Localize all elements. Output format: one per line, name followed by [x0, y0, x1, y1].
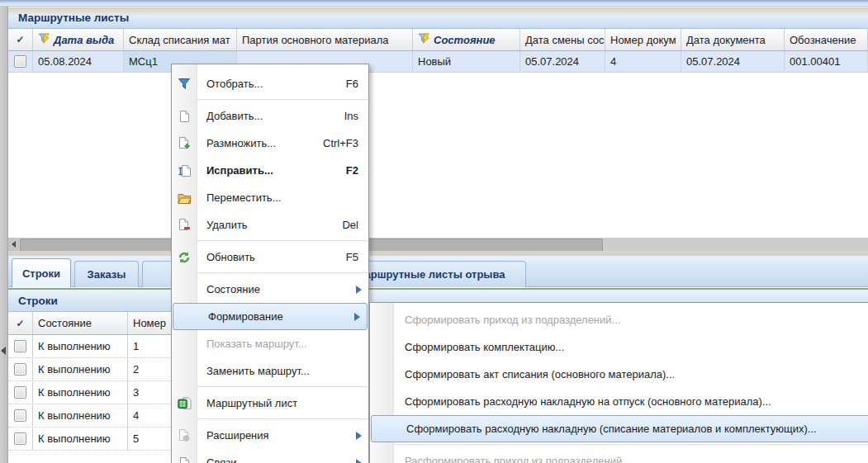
tab-orders[interactable]: Заказы: [74, 261, 139, 287]
cell-state[interactable]: Новый: [413, 51, 520, 72]
menu-item-add[interactable]: Добавить... Ins: [172, 102, 368, 130]
menu-item-route-sheet[interactable]: Маршрутный лист: [172, 390, 368, 417]
routes-grid-body[interactable]: [8, 73, 868, 238]
routes-grid-row[interactable]: 05.08.2024 МСц1 Новый 05.07.2024 4 05.07…: [8, 51, 868, 73]
splitter-collapse-icon[interactable]: [1, 347, 6, 355]
menu-separator: [172, 272, 368, 274]
check-all-icon[interactable]: ✓: [13, 318, 27, 329]
submenu-item-form-expense-invoice[interactable]: Сформировать расходную накладную (списан…: [371, 415, 868, 442]
routes-panel-title: Маршрутные листы: [18, 12, 129, 24]
submenu-arrow-icon: [356, 432, 362, 440]
menu-item-links[interactable]: Связи: [172, 449, 368, 463]
scroll-left-arrow-icon: [12, 241, 16, 248]
refresh-icon: [177, 250, 192, 265]
submenu-arrow-icon: [354, 313, 360, 321]
menu-item-select[interactable]: Отобрать... F6: [172, 70, 368, 97]
bottom-tabbar: Строки Заказы Сер Маршрутные листы отрыв…: [8, 256, 868, 287]
check-all-icon[interactable]: ✓: [13, 34, 27, 45]
context-menu: Отобрать... F6 Добавить... Ins Размножит…: [171, 64, 369, 463]
col-state[interactable]: Состояние: [413, 29, 520, 50]
window-top-border: [0, 0, 868, 7]
col-check[interactable]: ✓: [8, 29, 33, 50]
cell-doc-date[interactable]: 05.07.2024: [681, 51, 785, 72]
cell-line-state[interactable]: К выполнению: [33, 335, 128, 357]
edit-page-icon: [177, 163, 192, 178]
open-folder-icon: [177, 191, 192, 206]
submenu-item-form-writeoff-act[interactable]: Сформировать акт списания (основного мат…: [370, 361, 868, 388]
menu-item-show-route: Показать маршрут...: [172, 330, 368, 357]
col-check[interactable]: ✓: [8, 312, 33, 334]
col-line-state[interactable]: Состояние: [33, 312, 128, 334]
col-warehouse[interactable]: Склад списания мат: [124, 29, 237, 50]
menu-separator: [172, 240, 368, 242]
submenu-item-form-kitting[interactable]: Сформировать комплектацию...: [370, 333, 868, 361]
cell-line-state[interactable]: К выполнению: [33, 358, 128, 380]
row-check-cell[interactable]: [8, 335, 33, 357]
app-window: Маршрутные листы ✓ Дата выда Склад списа…: [0, 0, 868, 463]
col-batch[interactable]: Партия основного материала: [237, 29, 413, 50]
tab-lines[interactable]: Строки: [12, 258, 71, 287]
cell-doc-number[interactable]: 4: [605, 51, 681, 72]
col-doc-date[interactable]: Дата документа: [681, 29, 785, 50]
col-doc-number[interactable]: Номер докум: [605, 29, 681, 50]
row-check-cell[interactable]: [8, 381, 33, 404]
menu-item-formation[interactable]: Формирование: [173, 303, 368, 330]
row-check-cell[interactable]: [8, 51, 33, 72]
cell-designation[interactable]: 001.00401: [785, 51, 868, 72]
menu-separator: [172, 386, 368, 388]
menu-item-replace-route[interactable]: Заменить маршрут...: [172, 357, 368, 385]
submenu-item-form-receipt: Сформировать приход из подразделений...: [370, 306, 868, 333]
menu-item-refresh[interactable]: Обновить F5: [172, 243, 368, 271]
cell-state-change-date[interactable]: 05.07.2024: [520, 51, 605, 72]
menu-item-move[interactable]: Переместить...: [172, 184, 368, 211]
row-checkbox[interactable]: [14, 363, 26, 376]
row-check-cell[interactable]: [8, 404, 33, 427]
col-designation[interactable]: Обозначение: [785, 29, 868, 50]
col-date-issue[interactable]: Дата выда: [33, 29, 124, 50]
formation-submenu: Сформировать приход из подразделений... …: [369, 302, 868, 463]
submenu-item-unform-receipt: Расформировать приход из подразделений..…: [370, 447, 868, 463]
new-page-icon: [177, 109, 192, 124]
filter-lightning-icon: [418, 33, 430, 46]
submenu-arrow-icon: [356, 286, 362, 294]
delete-page-icon: [177, 218, 192, 233]
copy-page-plus-icon: [177, 136, 192, 151]
menu-item-state[interactable]: Состояние: [172, 276, 368, 303]
menu-separator: [172, 99, 368, 101]
menu-item-delete[interactable]: Удалить Del: [172, 211, 368, 239]
submenu-item-form-issue-invoice[interactable]: Сформировать расходную накладную на отпу…: [370, 388, 868, 415]
left-splitter[interactable]: [0, 7, 8, 463]
col-state-change-date[interactable]: Дата смены сос: [520, 29, 605, 50]
menu-separator: [172, 418, 368, 420]
extensions-gear-icon: [177, 428, 192, 443]
row-check-cell[interactable]: [8, 358, 33, 380]
lines-panel-title: Строки: [18, 295, 58, 307]
routes-grid-header: ✓ Дата выда Склад списания мат Партия ос…: [8, 29, 868, 51]
routes-hscrollbar[interactable]: [8, 238, 868, 251]
row-checkbox[interactable]: [14, 55, 26, 68]
filter-funnel-icon: [177, 77, 192, 92]
row-checkbox[interactable]: [14, 386, 26, 399]
filter-lightning-icon: [38, 33, 50, 46]
row-checkbox[interactable]: [14, 432, 26, 445]
cell-line-state[interactable]: К выполнению: [33, 381, 128, 404]
scroll-left-button[interactable]: [8, 238, 19, 251]
menu-separator: [370, 444, 868, 446]
routes-panel-titlebar: Маршрутные листы: [8, 7, 868, 29]
cell-date-issue[interactable]: 05.08.2024: [33, 51, 124, 72]
submenu-arrow-icon: [356, 459, 362, 463]
links-page-icon: [177, 456, 192, 463]
cell-line-state[interactable]: К выполнению: [33, 428, 128, 450]
menu-item-edit[interactable]: Исправить... F2: [172, 157, 368, 184]
row-check-cell[interactable]: [8, 428, 33, 450]
menu-item-extensions[interactable]: Расширения: [172, 422, 368, 449]
route-sheet-spreadsheet-icon: [177, 396, 192, 411]
menu-item-duplicate[interactable]: Размножить... Ctrl+F3: [172, 130, 368, 157]
row-checkbox[interactable]: [14, 340, 26, 352]
row-checkbox[interactable]: [14, 409, 26, 422]
cell-line-state[interactable]: К выполнению: [33, 404, 128, 427]
